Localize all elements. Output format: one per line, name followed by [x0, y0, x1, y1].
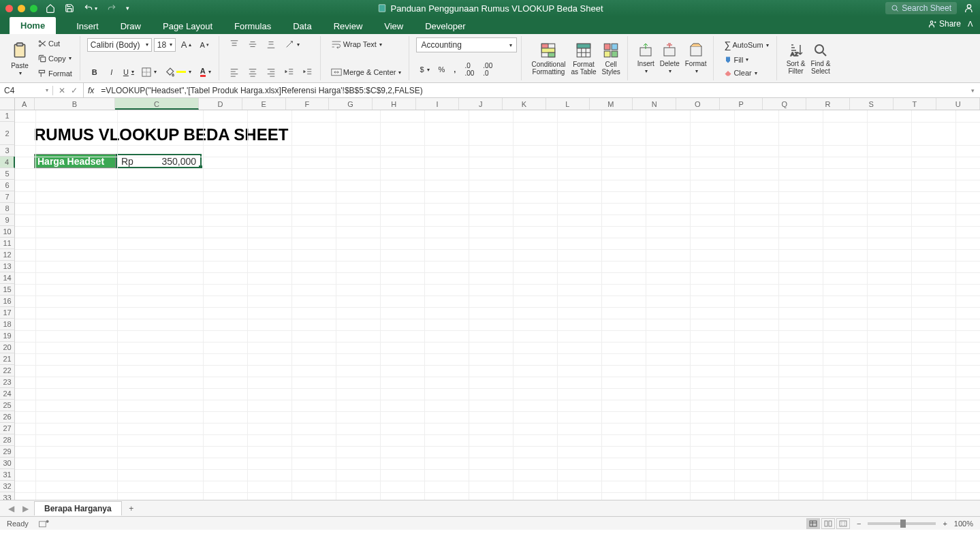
share-button[interactable]: Share — [927, 19, 961, 29]
row-header-10[interactable]: 10 — [0, 226, 15, 238]
row-header-8[interactable]: 8 — [0, 203, 15, 214]
tab-formulas[interactable]: Formulas — [233, 18, 272, 34]
spreadsheet-grid[interactable]: ABCDEFGHIJKLMNOPQRSTU 123456789101112131… — [0, 98, 980, 500]
zoom-out-button[interactable]: − — [857, 520, 861, 528]
zoom-level[interactable]: 100% — [954, 520, 973, 528]
expand-formula-bar-icon[interactable]: ▾ — [966, 87, 980, 94]
col-header-D[interactable]: D — [199, 98, 242, 110]
col-header-K[interactable]: K — [503, 98, 546, 110]
row-header-9[interactable]: 9 — [0, 214, 15, 226]
bold-button[interactable]: B — [87, 66, 102, 78]
tab-developer[interactable]: Developer — [424, 18, 467, 34]
account-icon[interactable] — [964, 3, 975, 14]
col-header-M[interactable]: M — [590, 98, 633, 110]
align-right-button[interactable] — [263, 65, 279, 79]
row-header-7[interactable]: 7 — [0, 191, 15, 203]
row-header-5[interactable]: 5 — [0, 168, 15, 180]
row-header-19[interactable]: 19 — [0, 330, 15, 342]
col-header-L[interactable]: L — [546, 98, 590, 110]
col-header-A[interactable]: A — [15, 98, 35, 110]
row-header-3[interactable]: 3 — [0, 145, 15, 157]
row-header-27[interactable]: 27 — [0, 423, 15, 434]
page-layout-view-button[interactable] — [821, 518, 835, 529]
row-header-29[interactable]: 29 — [0, 446, 15, 458]
home-icon[interactable] — [46, 3, 55, 13]
undo-icon[interactable]: ▾ — [84, 3, 97, 13]
decrease-decimal-button[interactable]: .00.0 — [479, 60, 496, 79]
find-select-button[interactable]: Find & Select — [808, 41, 833, 76]
comma-button[interactable]: , — [450, 63, 459, 76]
sheet-tab-active[interactable]: Berapa Harganya — [34, 501, 122, 515]
row-header-18[interactable]: 18 — [0, 319, 15, 330]
increase-indent-button[interactable] — [300, 65, 316, 79]
sort-filter-button[interactable]: AZSort & Filter — [784, 41, 808, 76]
row-header-11[interactable]: 11 — [0, 238, 15, 249]
conditional-formatting-button[interactable]: Conditional Formatting — [528, 40, 568, 77]
accept-formula-icon[interactable]: ✓ — [71, 86, 78, 95]
sheet-nav-next-icon[interactable]: ▶ — [20, 504, 31, 513]
borders-button[interactable]: ▾ — [138, 65, 160, 79]
col-header-J[interactable]: J — [459, 98, 503, 110]
cancel-formula-icon[interactable]: ✕ — [59, 86, 65, 95]
row-header-1[interactable]: 1 — [0, 110, 15, 122]
row-header-2[interactable]: 2 — [0, 122, 15, 145]
font-color-button[interactable]: A▾ — [197, 65, 215, 79]
col-header-I[interactable]: I — [416, 98, 460, 110]
add-sheet-button[interactable]: + — [125, 502, 138, 515]
search-sheet-input[interactable]: Search Sheet — [885, 2, 957, 14]
font-name-select[interactable]: Calibri (Body)▾ — [87, 38, 152, 52]
col-header-E[interactable]: E — [242, 98, 286, 110]
quick-access-dropdown[interactable]: ▾ — [126, 5, 129, 12]
cut-button[interactable]: Cut — [34, 37, 76, 50]
tab-insert[interactable]: Insert — [75, 18, 100, 34]
row-header-15[interactable]: 15 — [0, 284, 15, 296]
delete-cells-button[interactable]: Delete▾ — [657, 41, 682, 76]
row-header-6[interactable]: 6 — [0, 180, 15, 191]
format-as-table-button[interactable]: Format as Table — [569, 40, 599, 77]
row-header-32[interactable]: 32 — [0, 481, 15, 492]
select-all-corner[interactable] — [0, 98, 15, 110]
row-header-22[interactable]: 22 — [0, 365, 15, 377]
col-header-P[interactable]: P — [720, 98, 763, 110]
zoom-slider[interactable] — [868, 522, 936, 525]
col-header-O[interactable]: O — [676, 98, 720, 110]
copy-button[interactable]: Copy▾ — [34, 52, 76, 65]
col-header-B[interactable]: B — [35, 98, 115, 110]
normal-view-button[interactable] — [806, 518, 820, 529]
row-header-30[interactable]: 30 — [0, 458, 15, 469]
col-header-F[interactable]: F — [286, 98, 330, 110]
col-header-C[interactable]: C — [115, 98, 200, 110]
row-header-13[interactable]: 13 — [0, 261, 15, 272]
align-left-button[interactable] — [226, 65, 242, 79]
orientation-button[interactable]: ▾ — [281, 37, 303, 51]
col-header-S[interactable]: S — [850, 98, 894, 110]
increase-decimal-button[interactable]: .0.00 — [461, 60, 477, 79]
row-header-14[interactable]: 14 — [0, 272, 15, 284]
tab-view[interactable]: View — [383, 18, 405, 34]
align-middle-button[interactable] — [244, 37, 261, 51]
percent-button[interactable]: % — [435, 63, 449, 76]
row-header-20[interactable]: 20 — [0, 342, 15, 353]
row-header-4[interactable]: 4 — [0, 157, 15, 168]
col-header-N[interactable]: N — [633, 98, 676, 110]
row-header-21[interactable]: 21 — [0, 353, 15, 365]
currency-button[interactable]: $▾ — [416, 63, 432, 76]
decrease-font-button[interactable]: A▾ — [197, 39, 212, 51]
formula-input[interactable]: =VLOOKUP("Headset",'[Tabel Produk Harga.… — [98, 86, 966, 95]
insert-cells-button[interactable]: Insert▾ — [635, 41, 657, 76]
minimize-window-button[interactable] — [18, 5, 25, 12]
name-box[interactable]: C4▾ — [0, 86, 53, 95]
save-icon[interactable] — [65, 3, 74, 13]
col-header-T[interactable]: T — [894, 98, 937, 110]
fx-icon[interactable]: fx — [84, 86, 98, 95]
increase-font-button[interactable]: A▴ — [178, 37, 195, 52]
collapse-ribbon-icon[interactable]: ᐱ — [968, 20, 973, 29]
tab-review[interactable]: Review — [332, 18, 364, 34]
autosum-button[interactable]: ∑AutoSum▾ — [721, 37, 772, 52]
cell-styles-button[interactable]: Cell Styles — [599, 40, 623, 77]
sheet-nav-prev-icon[interactable]: ◀ — [5, 504, 17, 513]
underline-button[interactable]: U▾ — [121, 66, 136, 78]
col-header-Q[interactable]: Q — [763, 98, 806, 110]
merge-center-button[interactable]: Merge & Center▾ — [328, 65, 405, 79]
clear-button[interactable]: Clear▾ — [721, 67, 772, 79]
